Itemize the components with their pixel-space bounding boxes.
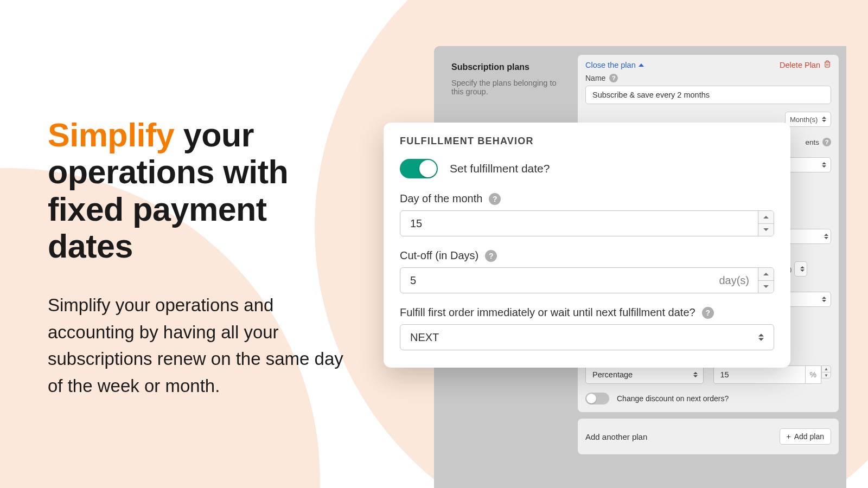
select-caret-icon [758,334,764,341]
select-caret-icon [822,117,826,122]
first-order-value: NEXT [410,331,439,344]
discount-unit: % [806,365,821,384]
sidebar-subtitle: Specify the plans belonging to this grou… [451,79,569,96]
heading-accent: Simplify [48,117,174,153]
fulfillment-behavior-popup: FULFILLMENT BEHAVIOR Set fulfillment dat… [384,123,790,368]
interval-unit-select[interactable]: Month(s) [785,112,831,127]
select-caret-icon [693,372,698,377]
close-plan-link[interactable]: Close the plan [585,61,644,69]
select-caret-icon [822,162,826,168]
change-discount-toggle[interactable] [585,393,609,404]
help-icon[interactable]: ? [702,307,714,319]
discount-amount-value: 15 [720,370,729,379]
marketing-body: Simplify your operations and accounting … [48,292,352,399]
help-icon[interactable]: ? [485,250,497,262]
marketing-copy: Simplify your operations with fixed paym… [48,117,352,399]
discount-amount-input[interactable]: 15 [713,365,806,384]
plus-icon: + [787,432,791,441]
close-plan-label: Close the plan [585,61,636,69]
plan-name-input[interactable]: Subscribe & save every 2 months [585,86,831,104]
delete-plan-label: Delete Plan [780,61,820,69]
stub-select-2[interactable] [785,292,831,307]
stub-spinner-1[interactable] [785,229,831,244]
name-label: Name [585,74,605,82]
stub-spinner-2[interactable] [794,261,807,277]
cutoff-unit: day(s) [710,268,758,293]
add-plan-button[interactable]: + Add plan [780,428,831,445]
delete-plan-link[interactable]: Delete Plan [780,60,831,69]
spinner-icon [800,266,805,272]
add-another-plan-text: Add another plan [585,432,647,441]
select-caret-icon [822,297,826,302]
first-order-label: Fulfill first order immediately or wait … [400,306,695,319]
help-icon[interactable]: ? [489,193,501,205]
caret-up-icon [639,63,644,67]
popup-section-title: FULFILLMENT BEHAVIOR [400,136,774,147]
spinner-up[interactable] [758,211,774,224]
change-discount-label: Change discount on next orders? [617,394,729,403]
spinner-up[interactable] [758,268,774,281]
marketing-heading: Simplify your operations with fixed paym… [48,117,352,265]
add-plan-button-label: Add plan [794,432,824,441]
cutoff-value: 5 [400,268,710,293]
discount-type-value: Percentage [592,370,633,379]
spinner-down[interactable] [758,281,774,293]
help-icon[interactable]: ? [609,74,618,82]
cutoff-input[interactable]: 5 day(s) [400,267,774,293]
spinner-icon [824,234,828,239]
spinner-down[interactable] [758,224,774,236]
interval-unit-value: Month(s) [790,115,818,124]
discount-type-select[interactable]: Percentage [585,365,704,384]
spinner-down[interactable]: ▼ [821,372,831,378]
day-of-month-spinner[interactable] [758,211,774,236]
cutoff-label: Cut-off (in Days) [400,249,478,262]
help-icon[interactable]: ? [822,138,831,146]
day-of-month-input[interactable]: 15 [400,210,774,236]
day-of-month-value: 15 [400,211,758,236]
add-plan-card: Add another plan + Add plan [578,419,839,454]
trash-icon [824,60,831,69]
stub-select-1[interactable] [785,157,831,172]
ents-label: ents [805,138,819,146]
set-fulfillment-toggle[interactable] [400,159,438,178]
first-order-select[interactable]: NEXT [400,324,774,350]
day-of-month-label: Day of the month [400,192,482,205]
sidebar-title: Subscription plans [451,62,569,72]
discount-amount-spinner[interactable]: ▲ ▼ [821,365,831,384]
plan-name-value: Subscribe & save every 2 months [592,91,710,99]
set-fulfillment-label: Set fulfillment date? [450,162,550,175]
spinner-up[interactable]: ▲ [821,365,831,372]
cutoff-spinner[interactable] [758,268,774,293]
